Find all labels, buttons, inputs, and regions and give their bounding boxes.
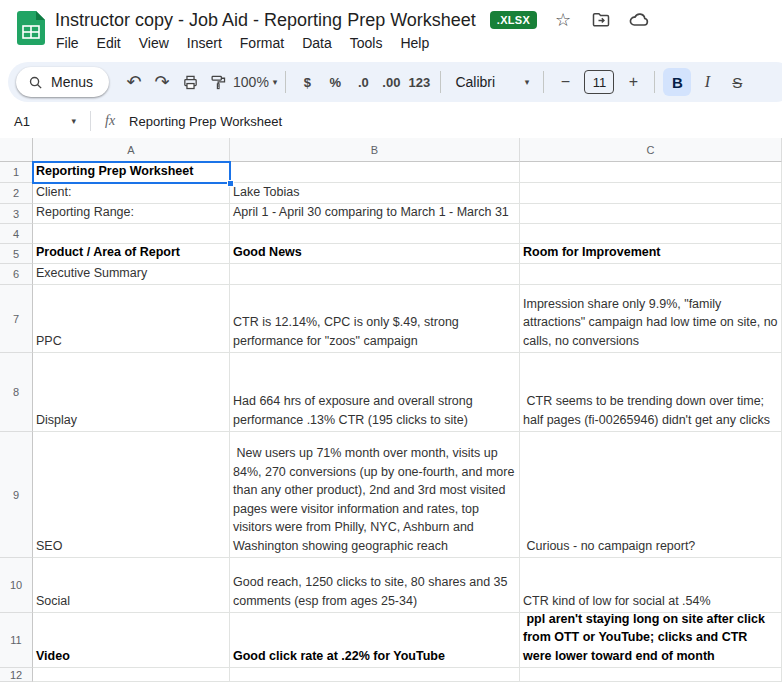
row-header-6[interactable]: 6 <box>0 264 33 285</box>
file-type-badge: .XLSX <box>490 11 537 29</box>
menu-data[interactable]: Data <box>293 33 341 53</box>
move-to-folder-icon[interactable] <box>589 8 613 32</box>
cloud-saved-icon[interactable] <box>627 8 651 32</box>
font-size-input[interactable]: 11 <box>584 70 614 94</box>
cell-B1[interactable] <box>230 162 520 183</box>
cell-B7[interactable]: CTR is 12.14%, CPC is only $.49, strong … <box>230 285 520 353</box>
cell-C9[interactable]: Curious - no campaign report? <box>520 432 782 558</box>
cell-C7[interactable]: Impression share only 9.9%, "family attr… <box>520 285 782 353</box>
fill-handle[interactable] <box>227 180 234 187</box>
cell-B11[interactable]: Good click rate at .22% for YouTube <box>230 613 520 668</box>
italic-button[interactable]: I <box>693 68 721 96</box>
cell-B2[interactable]: Lake Tobias <box>230 183 520 204</box>
cell-A6[interactable]: Executive Summary <box>33 264 230 285</box>
cell-B12[interactable] <box>230 668 520 682</box>
cell-C8[interactable]: CTR seems to be trending down over time;… <box>520 353 782 432</box>
star-icon[interactable]: ☆ <box>551 8 575 32</box>
paint-format-button[interactable] <box>205 68 231 96</box>
row-header-1[interactable]: 1 <box>0 162 33 183</box>
name-box[interactable]: A1 ▾ <box>0 114 86 129</box>
menus-search-button[interactable]: Menus <box>16 67 109 97</box>
row-header-12[interactable]: 12 <box>0 668 33 682</box>
cell-B3[interactable]: April 1 - April 30 comparing to March 1 … <box>230 204 520 224</box>
cell-C4[interactable] <box>520 224 782 244</box>
cell-A8[interactable]: Display <box>33 353 230 432</box>
increase-decimal-button[interactable]: .00 <box>378 68 404 96</box>
cell-C2[interactable] <box>520 183 782 204</box>
bold-button[interactable]: B <box>663 68 691 96</box>
print-button[interactable] <box>177 68 203 96</box>
formula-bar-divider <box>90 111 91 131</box>
cell-B6[interactable] <box>230 264 520 285</box>
cell-A7[interactable]: PPC <box>33 285 230 353</box>
cell-B5[interactable]: Good News <box>230 244 520 264</box>
cell-C3[interactable] <box>520 204 782 224</box>
decrease-font-size-button[interactable]: − <box>552 68 578 96</box>
row-header-10[interactable]: 10 <box>0 558 33 613</box>
menu-edit[interactable]: Edit <box>88 33 130 53</box>
format-percent-button[interactable]: % <box>322 68 348 96</box>
menu-tools[interactable]: Tools <box>341 33 392 53</box>
row-header-11[interactable]: 11 <box>0 613 33 668</box>
cell-A1[interactable]: Reporting Prep Worksheet <box>33 162 230 183</box>
font-select[interactable]: Calibri ▾ <box>449 68 535 96</box>
row-header-4[interactable]: 4 <box>0 224 33 244</box>
row-header-5[interactable]: 5 <box>0 244 33 264</box>
decrease-decimal-button[interactable]: .0 <box>350 68 376 96</box>
cell-A12[interactable] <box>33 668 230 682</box>
column-header-A[interactable]: A <box>33 138 230 162</box>
chevron-down-icon: ▾ <box>525 77 530 87</box>
toolbar-divider <box>285 71 286 93</box>
toolbar-divider <box>543 71 544 93</box>
cell-A5[interactable]: Product / Area of Report <box>33 244 230 264</box>
column-header-B[interactable]: B <box>230 138 520 162</box>
formula-input[interactable]: Reporting Prep Worksheet <box>129 114 282 129</box>
toolbar-divider <box>440 71 441 93</box>
row-header-3[interactable]: 3 <box>0 204 33 224</box>
format-currency-button[interactable]: $ <box>294 68 320 96</box>
redo-button[interactable]: ↷ <box>149 68 175 96</box>
menu-insert[interactable]: Insert <box>178 33 231 53</box>
cell-B4[interactable] <box>230 224 520 244</box>
toolbar-divider <box>654 71 655 93</box>
increase-font-size-button[interactable]: + <box>620 68 646 96</box>
cell-C12[interactable] <box>520 668 782 682</box>
cell-B10[interactable]: Good reach, 1250 clicks to site, 80 shar… <box>230 558 520 613</box>
undo-button[interactable]: ↶ <box>121 68 147 96</box>
chevron-down-icon: ▾ <box>273 77 278 87</box>
row-header-9[interactable]: 9 <box>0 432 33 558</box>
strikethrough-button[interactable]: S <box>723 68 751 96</box>
cell-A9[interactable]: SEO <box>33 432 230 558</box>
zoom-select[interactable]: 100% ▾ <box>233 68 277 96</box>
select-all-corner[interactable] <box>0 138 33 162</box>
cell-C11[interactable]: ppl aren't staying long on site after cl… <box>520 613 782 668</box>
cell-C10[interactable]: CTR kind of low for social at .54% <box>520 558 782 613</box>
cell-B9[interactable]: New users up 71% month over month, visit… <box>230 432 520 558</box>
cell-A11[interactable]: Video <box>33 613 230 668</box>
cell-A4[interactable] <box>33 224 230 244</box>
titlebar: Instructor copy - Job Aid - Reporting Pr… <box>0 0 782 60</box>
menu-file[interactable]: File <box>47 33 88 53</box>
cell-reference: A1 <box>14 114 30 129</box>
cell-A2[interactable]: Client: <box>33 183 230 204</box>
cell-C6[interactable] <box>520 264 782 285</box>
cell-A10[interactable]: Social <box>33 558 230 613</box>
column-header-C[interactable]: C <box>520 138 782 162</box>
cell-C1[interactable] <box>520 162 782 183</box>
google-sheets-app: Instructor copy - Job Aid - Reporting Pr… <box>0 0 782 682</box>
cell-A3[interactable]: Reporting Range: <box>33 204 230 224</box>
menu-format[interactable]: Format <box>231 33 293 53</box>
menu-view[interactable]: View <box>130 33 178 53</box>
cell-B8[interactable]: Had 664 hrs of exposure and overall stro… <box>230 353 520 432</box>
document-title[interactable]: Instructor copy - Job Aid - Reporting Pr… <box>55 10 476 31</box>
row-header-2[interactable]: 2 <box>0 183 33 204</box>
cell-C5[interactable]: Room for Improvement <box>520 244 782 264</box>
search-icon <box>28 75 43 90</box>
sheets-logo-icon[interactable] <box>17 11 45 45</box>
menus-label: Menus <box>51 74 93 90</box>
more-formats-button[interactable]: 123 <box>406 68 432 96</box>
row-header-8[interactable]: 8 <box>0 353 33 432</box>
row-header-7[interactable]: 7 <box>0 285 33 353</box>
menu-help[interactable]: Help <box>391 33 438 53</box>
fx-icon: fx <box>105 113 115 129</box>
